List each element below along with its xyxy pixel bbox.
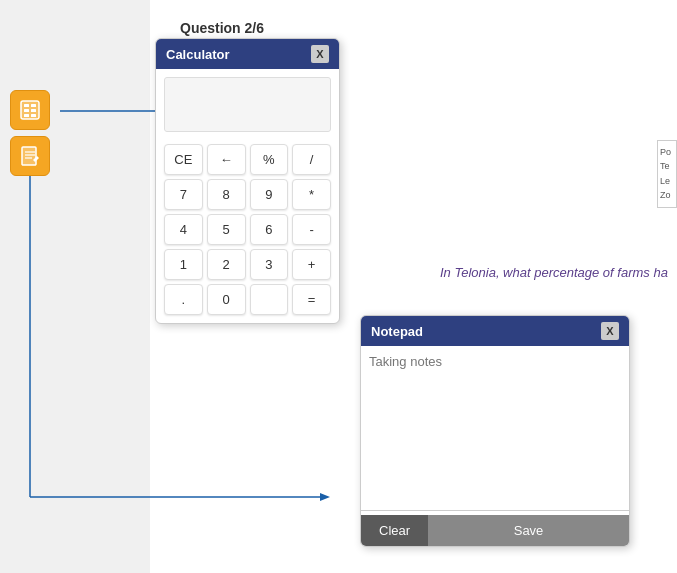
calc-btn-6[interactable]: 6 [250,214,289,245]
calculator-title: Calculator [166,47,230,62]
calc-btn-divide[interactable]: / [292,144,331,175]
calc-btn-4[interactable]: 4 [164,214,203,245]
calc-btn-empty [250,284,289,315]
calc-btn-0[interactable]: 0 [207,284,246,315]
calculator-buttons: CE ← % / 7 8 9 * 4 5 6 - 1 2 3 + . 0 = [156,140,339,323]
calc-btn-2[interactable]: 2 [207,249,246,280]
svg-rect-2 [24,104,29,107]
notepad-window: Notepad X Clear Save [360,315,630,547]
calculator-display [164,77,331,132]
svg-rect-0 [21,101,39,119]
calculator-window: Calculator X CE ← % / 7 8 9 * 4 5 6 - 1 … [155,38,340,324]
svg-rect-3 [31,104,36,107]
svg-rect-7 [31,114,36,117]
calc-btn-9[interactable]: 9 [250,179,289,210]
right-panel-partial: Po Te Le Zo [657,140,677,208]
calc-btn-subtract[interactable]: - [292,214,331,245]
svg-rect-5 [31,109,36,112]
notepad-tool-icon[interactable] [10,136,50,176]
svg-rect-6 [24,114,29,117]
calc-btn-backspace[interactable]: ← [207,144,246,175]
calc-btn-ce[interactable]: CE [164,144,203,175]
calc-btn-equals[interactable]: = [292,284,331,315]
question-text: In Telonia, what percentage of farms ha [440,265,668,280]
calc-btn-5[interactable]: 5 [207,214,246,245]
notepad-textarea[interactable] [361,346,629,511]
calc-btn-multiply[interactable]: * [292,179,331,210]
panel-item-le: Le [660,174,674,188]
notepad-header: Notepad X [361,316,629,346]
calc-btn-7[interactable]: 7 [164,179,203,210]
notepad-clear-button[interactable]: Clear [361,515,428,546]
svg-rect-4 [24,109,29,112]
sidebar [10,90,50,176]
question-label: Question 2/6 [180,20,647,36]
calc-btn-1[interactable]: 1 [164,249,203,280]
calc-btn-decimal[interactable]: . [164,284,203,315]
panel-item-zo: Zo [660,188,674,202]
calculator-header: Calculator X [156,39,339,69]
notepad-title: Notepad [371,324,423,339]
panel-item-te: Te [660,159,674,173]
calc-btn-8[interactable]: 8 [207,179,246,210]
calc-btn-percent[interactable]: % [250,144,289,175]
panel-item-po: Po [660,145,674,159]
notepad-footer: Clear Save [361,515,629,546]
notepad-close-button[interactable]: X [601,322,619,340]
calculator-tool-icon[interactable] [10,90,50,130]
svg-rect-8 [22,147,36,165]
calc-btn-add[interactable]: + [292,249,331,280]
calculator-close-button[interactable]: X [311,45,329,63]
notepad-save-button[interactable]: Save [428,515,629,546]
calc-btn-3[interactable]: 3 [250,249,289,280]
